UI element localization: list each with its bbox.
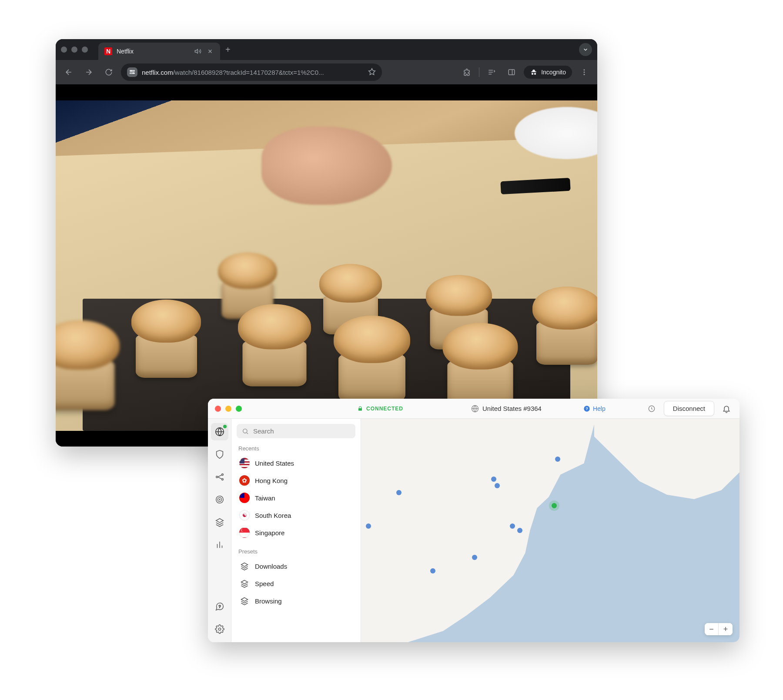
country-label: United States	[255, 460, 294, 467]
search-icon	[242, 428, 249, 435]
sidebar-radar-icon[interactable]	[211, 491, 228, 508]
vpn-location-panel: Recents United States Hong Kong Taiwan S…	[231, 419, 361, 642]
new-tab-button[interactable]: +	[225, 45, 231, 55]
vpn-window-close[interactable]	[215, 406, 221, 412]
map-server-dot[interactable]	[555, 457, 560, 462]
vpn-current-server[interactable]: United States #9364	[471, 405, 542, 413]
vpn-body: ? Recents United States Hong Kong Taiwan…	[208, 419, 740, 642]
vpn-search-box[interactable]	[237, 424, 355, 438]
recent-country-singapore[interactable]: Singapore	[237, 524, 355, 541]
vpn-app-window: CONNECTED United States #9364 ? Help Dis…	[208, 399, 740, 642]
chrome-menu-icon[interactable]	[576, 64, 592, 80]
svg-text:?: ?	[586, 407, 588, 411]
extensions-icon[interactable]	[459, 64, 475, 80]
side-panel-icon[interactable]	[504, 64, 519, 80]
map-server-dot[interactable]	[472, 555, 477, 560]
svg-point-5	[584, 69, 585, 70]
vpn-help-link[interactable]: ? Help	[583, 405, 606, 412]
preset-label: Browsing	[255, 597, 282, 605]
notifications-bell-icon[interactable]	[720, 403, 733, 415]
toolbar-right: Incognito	[459, 64, 592, 80]
preset-speed[interactable]: Speed	[237, 575, 355, 592]
map-server-dot[interactable]	[396, 490, 402, 495]
vpn-sidebar: ?	[208, 419, 231, 642]
toolbar-separator	[479, 67, 479, 77]
incognito-indicator[interactable]: Incognito	[524, 66, 572, 79]
recent-country-hong-kong[interactable]: Hong Kong	[237, 472, 355, 489]
status-text: CONNECTED	[366, 406, 403, 412]
nav-reload-button[interactable]	[101, 64, 117, 80]
map-server-dot-connected[interactable]	[552, 503, 557, 508]
window-traffic-lights	[61, 47, 88, 53]
preset-label: Speed	[255, 580, 274, 587]
tab-mute-icon[interactable]	[194, 47, 202, 55]
vpn-disconnect-button[interactable]: Disconnect	[664, 401, 714, 416]
preset-browsing[interactable]: Browsing	[237, 592, 355, 610]
map-server-dot[interactable]	[510, 523, 515, 529]
reading-list-icon[interactable]	[484, 64, 499, 80]
vpn-window-maximize[interactable]	[236, 406, 242, 412]
zoom-in-button[interactable]: +	[719, 623, 733, 635]
site-info-icon[interactable]	[127, 67, 137, 77]
recents-header: Recents	[238, 445, 355, 452]
window-minimize-dot[interactable]	[71, 47, 77, 53]
flag-kr-icon	[239, 510, 250, 520]
svg-point-20	[218, 628, 221, 630]
recent-country-united-states[interactable]: United States	[237, 454, 355, 472]
svg-point-14	[221, 474, 223, 476]
vpn-refresh-button[interactable]	[646, 403, 658, 415]
country-label: Singapore	[255, 529, 284, 537]
sidebar-mesh-icon[interactable]	[211, 468, 228, 486]
map-server-dot[interactable]	[430, 568, 435, 573]
recent-country-south-korea[interactable]: South Korea	[237, 507, 355, 524]
browser-tab-netflix[interactable]: N Netflix	[98, 43, 220, 60]
browser-titlebar: N Netflix +	[56, 39, 597, 60]
svg-point-21	[243, 429, 247, 433]
vpn-map[interactable]: − +	[361, 419, 740, 642]
tab-close-icon[interactable]	[206, 47, 214, 55]
flag-hk-icon	[239, 475, 250, 486]
search-input[interactable]	[253, 427, 350, 435]
lock-icon	[358, 406, 363, 411]
map-server-dot[interactable]	[517, 528, 522, 533]
url-text: netflix.com/watch/81608928?trackId=14170…	[142, 69, 364, 76]
svg-point-3	[133, 73, 134, 74]
sidebar-countries-icon[interactable]	[211, 423, 228, 440]
video-frame	[56, 100, 597, 431]
flag-tw-icon	[239, 493, 250, 503]
window-maximize-dot[interactable]	[82, 47, 88, 53]
svg-point-6	[584, 72, 585, 73]
vpn-connection-status: CONNECTED	[358, 406, 403, 412]
vpn-titlebar: CONNECTED United States #9364 ? Help Dis…	[208, 399, 740, 419]
bookmark-star-icon[interactable]	[368, 68, 376, 77]
map-server-dot[interactable]	[491, 477, 496, 482]
sidebar-settings-icon[interactable]	[211, 620, 228, 638]
nav-back-button[interactable]	[61, 64, 77, 80]
zoom-out-button[interactable]: −	[705, 623, 719, 635]
nav-forward-button[interactable]	[81, 64, 97, 80]
vpn-traffic-lights	[215, 406, 242, 412]
video-player-area[interactable]	[56, 84, 597, 447]
country-label: South Korea	[255, 512, 291, 519]
map-server-dot[interactable]	[366, 523, 371, 529]
sidebar-support-icon[interactable]: ?	[211, 598, 228, 615]
incognito-label: Incognito	[541, 69, 566, 76]
url-domain: netflix.com	[142, 69, 173, 76]
svg-point-7	[584, 74, 585, 75]
country-label: Hong Kong	[255, 477, 288, 484]
tabs-dropdown-button[interactable]	[579, 43, 592, 56]
sidebar-shield-icon[interactable]	[211, 446, 228, 463]
layers-icon	[239, 578, 250, 589]
recent-country-taiwan[interactable]: Taiwan	[237, 489, 355, 507]
sidebar-presets-icon[interactable]	[211, 513, 228, 531]
sidebar-stats-icon[interactable]	[211, 536, 228, 553]
preset-label: Downloads	[255, 563, 287, 570]
map-server-dot[interactable]	[495, 483, 500, 488]
presets-header: Presets	[238, 548, 355, 555]
address-bar[interactable]: netflix.com/watch/81608928?trackId=14170…	[121, 63, 382, 81]
preset-downloads[interactable]: Downloads	[237, 557, 355, 575]
window-close-dot[interactable]	[61, 47, 67, 53]
svg-point-13	[216, 476, 218, 478]
vpn-window-minimize[interactable]	[225, 406, 231, 412]
tab-title: Netflix	[117, 48, 190, 55]
